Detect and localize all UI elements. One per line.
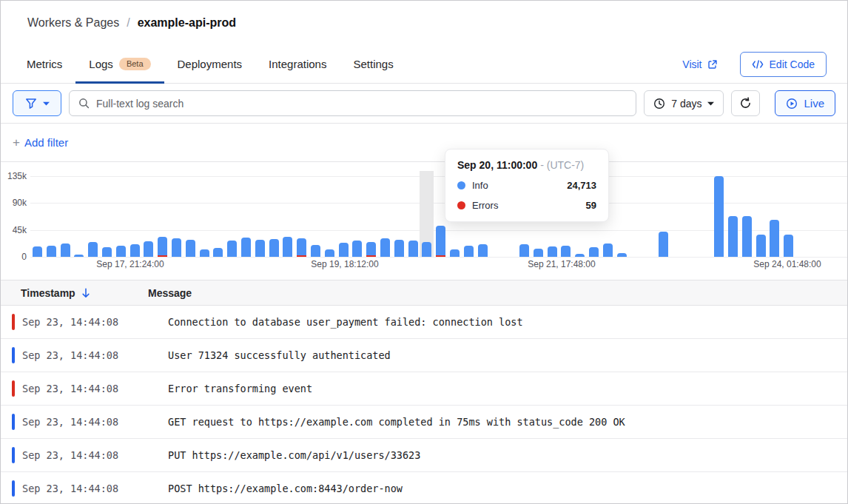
- chart-bar[interactable]: [422, 242, 431, 257]
- chart-bar[interactable]: [102, 247, 112, 257]
- chart-bar[interactable]: [325, 249, 334, 257]
- chart-bar[interactable]: [172, 238, 181, 257]
- log-timestamp: Sep 23, 14:44:08: [22, 483, 168, 494]
- chart-bar[interactable]: [756, 235, 766, 257]
- events-chart: 045k90k135kSep 17, 21:24:00Sep 19, 18:12…: [1, 162, 847, 280]
- chart-bar[interactable]: [714, 176, 724, 257]
- chart-bar[interactable]: [742, 216, 752, 257]
- live-button[interactable]: Live: [775, 90, 835, 116]
- chart-bar[interactable]: [534, 249, 543, 257]
- chart-bar[interactable]: [561, 246, 571, 257]
- chart-bar[interactable]: [352, 241, 362, 257]
- chart-bar[interactable]: [603, 243, 613, 257]
- visit-link[interactable]: Visit: [682, 58, 717, 70]
- chart-bar[interactable]: [74, 255, 84, 257]
- log-level-indicator: [12, 347, 15, 363]
- chart-bar[interactable]: [61, 243, 70, 257]
- chart-bar[interactable]: [728, 216, 738, 257]
- x-axis-tick: Sep 19, 18:12:00: [293, 259, 397, 269]
- time-range-value: 7 days: [671, 98, 701, 110]
- chart-bar-error-segment: [297, 255, 306, 257]
- chart-bar[interactable]: [575, 254, 585, 257]
- refresh-icon: [739, 97, 752, 110]
- tab-deployments[interactable]: Deployments: [164, 45, 256, 83]
- log-level-indicator: [12, 447, 15, 463]
- search-input[interactable]: [96, 98, 627, 110]
- log-row[interactable]: Sep 23, 14:44:08 Connection to database …: [1, 306, 847, 339]
- column-header-message[interactable]: Message: [148, 287, 192, 299]
- edit-code-button[interactable]: Edit Code: [740, 52, 827, 77]
- filter-dropdown-button[interactable]: [13, 90, 61, 116]
- chart-bar[interactable]: [186, 240, 195, 257]
- chart-tooltip: Sep 20, 11:00:00- (UTC-7) Info 24,713 Er…: [445, 149, 609, 222]
- chart-bar[interactable]: [589, 247, 599, 257]
- log-row[interactable]: Sep 23, 14:44:08 POST https://example.co…: [1, 472, 847, 504]
- chart-bar[interactable]: [255, 240, 265, 257]
- tooltip-row-info: Info 24,713: [457, 180, 596, 191]
- chart-bar[interactable]: [659, 232, 668, 257]
- add-filter-label: Add filter: [24, 136, 68, 149]
- log-level-indicator: [12, 414, 15, 430]
- tab-settings[interactable]: Settings: [340, 45, 406, 83]
- clock-icon: [653, 98, 665, 110]
- chart-bar[interactable]: [158, 237, 167, 257]
- y-axis-tick: 0: [1, 252, 27, 262]
- log-row[interactable]: Sep 23, 14:44:08 Error transforming even…: [1, 372, 847, 406]
- chart-bar[interactable]: [339, 243, 349, 257]
- chart-bar[interactable]: [33, 246, 42, 257]
- log-level-indicator: [12, 480, 15, 497]
- chart-bar[interactable]: [47, 246, 56, 257]
- log-level-indicator: [12, 380, 15, 397]
- refresh-button[interactable]: [731, 90, 760, 116]
- tooltip-errors-dot: [457, 201, 465, 209]
- breadcrumb-section[interactable]: Workers & Pages: [27, 16, 119, 30]
- chart-bar[interactable]: [269, 239, 279, 257]
- chart-bar[interactable]: [130, 244, 140, 257]
- chart-bar-error-segment: [436, 255, 445, 257]
- chart-bar[interactable]: [116, 246, 126, 257]
- log-table-header: Timestamp Message: [1, 280, 847, 306]
- chart-bar[interactable]: [283, 237, 292, 257]
- chart-bar[interactable]: [200, 249, 209, 257]
- log-message: User 71324 successfully authenticated: [168, 349, 391, 361]
- chart-bar[interactable]: [394, 240, 404, 257]
- chart-bar[interactable]: [144, 241, 153, 257]
- edit-code-label: Edit Code: [770, 58, 815, 70]
- chart-bar[interactable]: [297, 238, 306, 257]
- log-row[interactable]: Sep 23, 14:44:08 User 71324 successfully…: [1, 339, 847, 372]
- chart-bar[interactable]: [241, 238, 251, 257]
- chart-bar[interactable]: [770, 220, 779, 257]
- column-header-timestamp[interactable]: Timestamp: [1, 287, 148, 299]
- search-icon: [78, 98, 90, 109]
- chevron-down-icon: [43, 101, 50, 106]
- chart-bar[interactable]: [450, 249, 460, 257]
- time-range-button[interactable]: 7 days: [644, 90, 724, 116]
- chart-bar[interactable]: [213, 248, 223, 257]
- tooltip-row-errors: Errors 59: [457, 200, 596, 211]
- chart-bar[interactable]: [311, 245, 320, 257]
- add-filter-button[interactable]: + Add filter: [13, 135, 68, 150]
- chart-bar[interactable]: [478, 244, 488, 257]
- sort-desc-icon[interactable]: [81, 288, 90, 298]
- log-row[interactable]: Sep 23, 14:44:08 GET request to https://…: [1, 406, 847, 439]
- tab-logs[interactable]: Logs Beta: [75, 45, 164, 83]
- chart-bar[interactable]: [784, 235, 793, 257]
- log-timestamp: Sep 23, 14:44:08: [22, 316, 168, 328]
- chart-bar[interactable]: [227, 241, 237, 257]
- y-axis-tick: 45k: [1, 225, 27, 235]
- tab-bar: Metrics Logs Beta Deployments Integratio…: [1, 45, 847, 84]
- log-search-box: [69, 90, 636, 116]
- chart-bar[interactable]: [548, 246, 557, 257]
- log-row[interactable]: Sep 23, 14:44:08 PUT https://example.com…: [1, 439, 847, 472]
- chart-bar[interactable]: [366, 242, 376, 257]
- chart-bar[interactable]: [380, 238, 390, 257]
- chart-bar[interactable]: [617, 253, 627, 257]
- chart-bar[interactable]: [436, 226, 445, 257]
- chart-bar[interactable]: [519, 244, 529, 257]
- chart-bar[interactable]: [408, 241, 418, 257]
- chart-bar-error-segment: [366, 255, 376, 257]
- tab-metrics[interactable]: Metrics: [13, 45, 75, 83]
- tab-integrations[interactable]: Integrations: [255, 45, 340, 83]
- chart-bar[interactable]: [464, 246, 474, 257]
- chart-bar[interactable]: [88, 242, 98, 257]
